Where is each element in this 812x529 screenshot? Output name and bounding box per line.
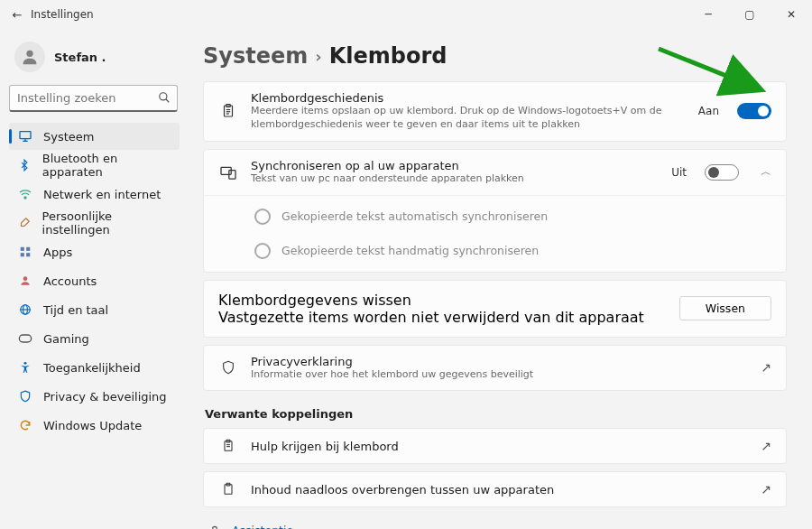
sync-toggle[interactable] <box>705 164 739 181</box>
sync-opt1-label: Gekopieerde tekst automatisch synchronis… <box>281 209 548 223</box>
privacy-desc: Informatie over hoe het klembord uw gege… <box>251 368 748 382</box>
assistance-link[interactable]: Assistentie <box>207 520 787 529</box>
chevron-up-icon[interactable]: ︿ <box>761 164 771 180</box>
nav-item-accessibility[interactable]: Toegankelijkheid <box>9 354 180 381</box>
nav-item-label: Toegankelijkheid <box>43 361 141 375</box>
svg-rect-9 <box>21 253 24 256</box>
svg-rect-8 <box>26 247 30 251</box>
profile[interactable]: Stefan . <box>9 36 180 85</box>
svg-point-0 <box>26 51 32 57</box>
external-link-icon: ↗ <box>761 360 771 375</box>
clear-button[interactable]: Wissen <box>679 296 771 320</box>
clipboard-icon <box>218 103 238 119</box>
shield-icon <box>218 359 238 376</box>
help-icon <box>207 524 223 529</box>
sync-options: Gekopieerde tekst automatisch synchronis… <box>204 195 786 272</box>
assistance-label: Assistentie <box>232 524 293 529</box>
search-input[interactable] <box>9 85 178 112</box>
chevron-right-icon: › <box>315 47 321 66</box>
related-heading: Verwante koppelingen <box>205 407 787 421</box>
accessibility-icon <box>18 360 32 375</box>
back-button[interactable]: ← <box>7 5 27 24</box>
related-link-help[interactable]: Hulp krijgen bij klembord ↗ <box>203 428 787 464</box>
nav-item-network[interactable]: Netwerk en internet <box>9 181 180 208</box>
devices-icon <box>218 165 238 180</box>
external-link-icon: ↗ <box>761 439 771 453</box>
history-state: Aan <box>698 105 719 117</box>
nav-item-label: Apps <box>43 246 72 259</box>
svg-rect-22 <box>221 167 231 174</box>
sync-row[interactable]: Synchroniseren op al uw apparaten Tekst … <box>204 150 786 195</box>
nav-item-label: Privacy & beveiliging <box>43 390 167 404</box>
nav-item-accounts[interactable]: Accounts <box>9 267 180 294</box>
sync-title: Synchroniseren op al uw apparaten <box>251 159 659 172</box>
svg-rect-7 <box>21 247 24 251</box>
window-title: Instellingen <box>27 8 94 21</box>
svg-rect-10 <box>26 253 30 256</box>
privacy-card[interactable]: Privacyverklaring Informatie over hoe he… <box>203 345 787 392</box>
minimize-button[interactable]: ─ <box>687 0 729 29</box>
system-icon <box>18 129 32 144</box>
avatar <box>14 42 45 72</box>
apps-icon <box>18 245 32 259</box>
brush-icon <box>18 216 32 230</box>
nav-item-apps[interactable]: Apps <box>9 238 180 265</box>
radio-icon <box>254 243 271 259</box>
related-link2-label: Inhoud naadloos overbrengen tussen uw ap… <box>251 483 748 497</box>
nav-item-label: Persoonlijke instellingen <box>42 209 171 237</box>
shield-icon <box>18 389 32 404</box>
nav-item-personalization[interactable]: Persoonlijke instellingen <box>9 209 180 237</box>
related-link1-label: Hulp krijgen bij klembord <box>251 440 748 453</box>
nav-item-label: Gaming <box>43 332 89 346</box>
privacy-title: Privacyverklaring <box>251 355 748 368</box>
svg-point-11 <box>23 276 28 281</box>
nav-item-systeem[interactable]: Systeem <box>9 123 180 150</box>
breadcrumb: Systeem › Klembord <box>203 43 787 69</box>
maximize-button[interactable]: ▢ <box>729 0 770 29</box>
wifi-icon <box>18 187 32 201</box>
clipboard-history-card: Klembordgeschiedenis Meerdere items opsl… <box>203 81 787 142</box>
svg-point-6 <box>24 197 26 199</box>
breadcrumb-parent[interactable]: Systeem <box>203 43 308 69</box>
sync-state: Uit <box>671 166 687 179</box>
nav-item-label: Tijd en taal <box>43 303 108 317</box>
sync-desc: Tekst van uw pc naar ondersteunde appara… <box>251 172 659 186</box>
nav-item-gaming[interactable]: Gaming <box>9 325 180 352</box>
svg-point-16 <box>24 362 27 365</box>
nav-item-label: Accounts <box>43 274 97 288</box>
radio-icon <box>254 209 271 225</box>
nav-item-time[interactable]: Tijd en taal <box>9 296 180 323</box>
clear-card: Klembordgegevens wissen Vastgezette item… <box>203 280 787 338</box>
nav-item-label: Bluetooth en apparaten <box>42 152 171 179</box>
nav-item-label: Windows Update <box>43 419 142 432</box>
search-wrap <box>9 85 178 112</box>
clear-title: Klembordgegevens wissen <box>218 292 679 309</box>
update-icon <box>18 418 32 432</box>
profile-name: Stefan . <box>54 51 106 64</box>
nav-item-label: Systeem <box>43 130 94 144</box>
clear-desc: Vastgezette items worden niet verwijderd… <box>218 309 679 326</box>
globe-icon <box>18 302 32 317</box>
nav-item-update[interactable]: Windows Update <box>9 412 180 439</box>
nav-item-privacy[interactable]: Privacy & beveiliging <box>9 383 180 410</box>
clipboard-icon <box>218 481 238 497</box>
history-title: Klembordgeschiedenis <box>251 91 686 105</box>
close-button[interactable]: ✕ <box>770 0 812 29</box>
history-toggle[interactable] <box>737 103 771 119</box>
related-link-transfer[interactable]: Inhoud naadloos overbrengen tussen uw ap… <box>203 471 787 507</box>
nav-item-bluetooth[interactable]: Bluetooth en apparaten <box>9 152 180 179</box>
sync-card: Synchroniseren op al uw apparaten Tekst … <box>203 149 787 273</box>
page-title: Klembord <box>329 43 448 69</box>
svg-rect-3 <box>20 132 31 139</box>
sync-option-auto[interactable]: Gekopieerde tekst automatisch synchronis… <box>204 200 786 234</box>
sync-opt2-label: Gekopieerde tekst handmatig synchroniser… <box>281 244 539 257</box>
sidebar: Stefan . Systeem Bluetooth en apparaten <box>0 29 185 529</box>
clipboard-icon <box>218 438 238 454</box>
history-desc: Meerdere items opslaan op uw klembord. D… <box>251 105 686 132</box>
titlebar: ← Instellingen ─ ▢ ✕ <box>0 0 812 29</box>
svg-rect-15 <box>19 335 31 342</box>
sync-option-manual[interactable]: Gekopieerde tekst handmatig synchroniser… <box>204 234 786 268</box>
footer-links: Assistentie Feedback geven <box>203 520 787 529</box>
accounts-icon <box>18 274 32 288</box>
nav-item-label: Netwerk en internet <box>43 188 161 201</box>
